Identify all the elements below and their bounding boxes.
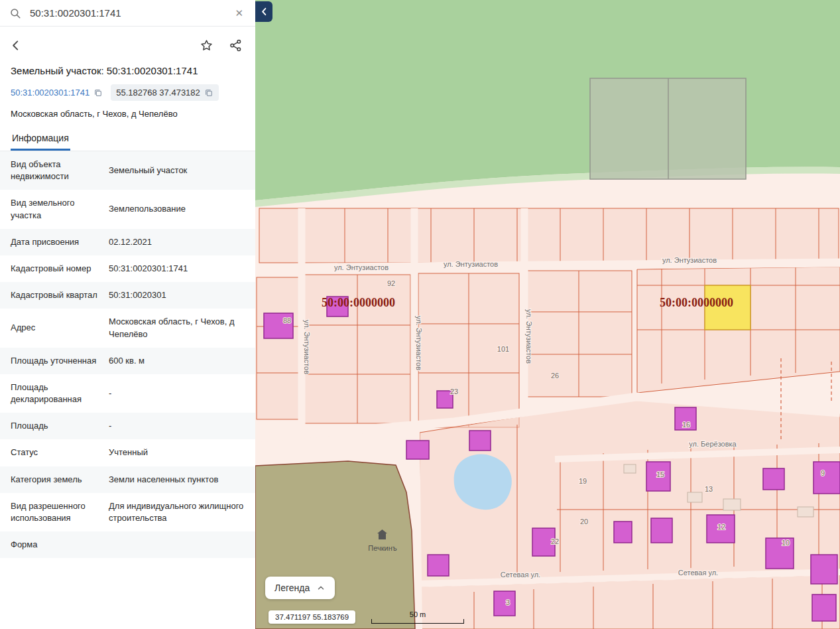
street-label: ул. Энтузиастов [334,263,389,271]
row-value: Учтенный [109,447,245,458]
legend-label: Легенда [274,583,310,593]
parcel-number: 12 [717,523,725,531]
street-label: ул. Энтузиастов [662,256,717,264]
info-row: Площадь- [0,413,255,439]
info-row: Вид объекта недвижимостиЗемельный участо… [0,151,255,190]
row-label: Кадастровый квартал [11,289,99,301]
info-panel: ✕ Земельный участок: 50:31:0020301:1741 … [0,0,255,629]
parcel-number: 22 [551,537,559,545]
row-value: - [109,387,245,399]
cadastral-number-link[interactable]: 50:31:0020301:1741 [11,88,103,98]
chevron-up-icon [316,583,326,593]
cursor-coordinates: 37.471197 55.183769 [269,610,355,624]
row-value: Земельный участок [109,165,245,176]
tab-information[interactable]: Информация [11,127,70,151]
street-label: ул. Энтузиастов [415,316,423,370]
info-row: АдресМосковская область, г Чехов, д Чепе… [0,309,255,347]
poi-label: Печкинъ [368,544,396,552]
row-value: Земли населенных пунктов [109,474,245,486]
copy-icon[interactable] [93,88,103,98]
row-label: Площадь [11,420,99,432]
parcel-number: 23 [450,387,458,395]
panel-actions [0,27,255,57]
chevron-left-icon [9,38,23,52]
row-value: 02.12.2021 [109,236,245,248]
search-bar: ✕ [0,0,255,27]
map-area[interactable]: ул. Энтузиастов ул. Энтузиастов ул. Энту… [255,0,840,629]
row-value: Землепользование [109,203,245,215]
row-label: Категория земель [11,474,99,486]
scale-bar-line [371,619,464,624]
info-row: Вид земельного участкаЗемлепользование [0,190,255,228]
scale-label: 50 m [371,610,464,618]
legend-button[interactable]: Легенда [265,577,335,599]
info-row: Форма [0,531,255,558]
street-label: ул. Энтузиастов [303,320,311,374]
info-row: Вид разрешенного использованияДля индиви… [0,493,255,531]
row-label: Статус [11,447,99,458]
chevron-left-icon [259,7,269,17]
row-value: 600 кв. м [109,355,245,367]
tabs: Информация [0,127,255,151]
back-button[interactable] [8,37,24,53]
info-row: Площадь уточненная600 кв. м [0,348,255,374]
parcel-number: 88 [283,316,291,324]
street-label: Сетевая ул. [501,571,540,579]
info-row: Кадастровый номер50:31:0020301:1741 [0,255,255,282]
info-table: Вид объекта недвижимостиЗемельный участо… [0,151,255,558]
watermark-text: 50:00:0000000 [322,296,395,309]
watermark-text: 50:00:0000000 [660,296,733,309]
parcel-number: 92 [387,279,395,287]
share-icon [229,38,243,52]
row-label: Площадь декларированная [11,382,99,405]
copy-icon[interactable] [204,88,213,98]
street-label: ул. Энтузиастов [525,309,533,364]
panel-bottom-fade [0,602,255,629]
search-input[interactable] [30,7,232,19]
scale-bar: 50 m [371,610,464,624]
panel-collapse-button[interactable] [255,1,272,22]
row-label: Вид разрешенного использования [11,500,99,524]
parcel-number: 3 [506,598,510,606]
parcel-number: 15 [656,470,664,478]
info-row: Категория земельЗемли населенных пунктов [0,466,255,493]
coordinates-text: 55.182768 37.473182 [116,88,200,98]
row-value: Московская область, г Чехов, д Чепелёво [109,316,245,340]
share-button[interactable] [227,37,243,53]
street-label: ул. Энтузиастов [444,260,498,268]
search-icon [9,7,21,19]
row-label: Вид земельного участка [11,197,99,221]
cadastral-number-text: 50:31:0020301:1741 [11,88,90,98]
map-canvas[interactable]: ул. Энтузиастов ул. Энтузиастов ул. Энту… [255,0,840,629]
street-label: ул. Берёзовка [689,440,737,448]
info-row: Площадь декларированная- [0,374,255,413]
row-label: Форма [11,539,99,551]
row-value: 50:31:0020301 [109,289,245,301]
coordinates-chip[interactable]: 55.182768 37.473182 [111,84,219,101]
forest-parcel[interactable] [590,78,746,179]
parcel-number: 20 [580,518,588,525]
info-row: Дата присвоения02.12.2021 [0,229,255,255]
parcel-number: 10 [782,539,790,547]
parcel-number: 19 [579,477,587,485]
row-label: Кадастровый номер [11,263,99,275]
info-row: Кадастровый квартал50:31:0020301 [0,282,255,309]
row-value: Для индивидуального жилищного строительс… [109,500,245,524]
parcel-number: 101 [497,345,509,353]
parcel-number: 13 [705,485,713,493]
row-value: 50:31:0020301:1741 [109,263,245,275]
info-row: СтатусУчтенный [0,439,255,466]
row-label: Площадь уточненная [11,355,99,367]
identifier-chips: 50:31:0020301:1741 55.182768 37.473182 [0,78,255,102]
star-icon [200,38,213,52]
clear-search-icon[interactable]: ✕ [232,6,246,21]
favorite-button[interactable] [198,37,214,53]
parcel-number: 9 [821,469,825,477]
street-label: Сетевая ул. [678,569,718,577]
parcel-number: 26 [551,372,559,380]
row-label: Адрес [11,322,99,334]
parcel-number: 16 [682,421,690,429]
row-value: - [109,420,245,432]
address-line: Московская область, г Чехов, д Чепелёво [0,102,255,127]
page-title: Земельный участок: 50:31:0020301:1741 [0,57,255,78]
